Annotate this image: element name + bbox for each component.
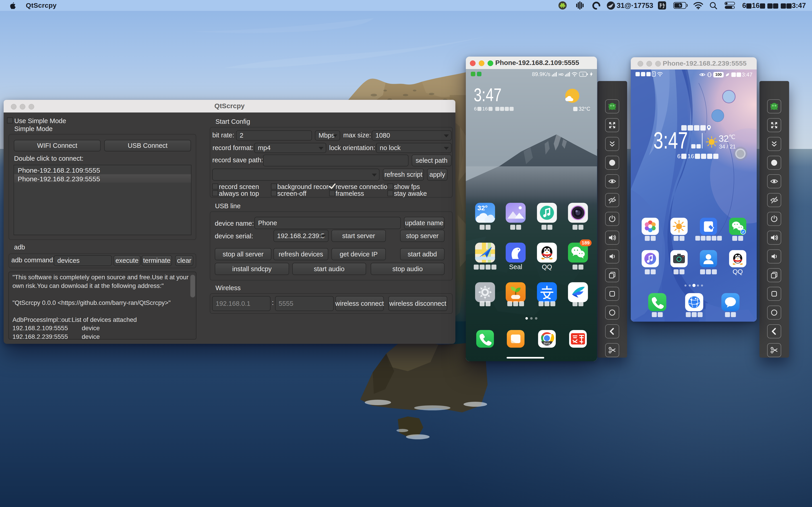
- svg-text:5: 5: [582, 73, 583, 76]
- svg-text:Beta: Beta: [544, 342, 550, 345]
